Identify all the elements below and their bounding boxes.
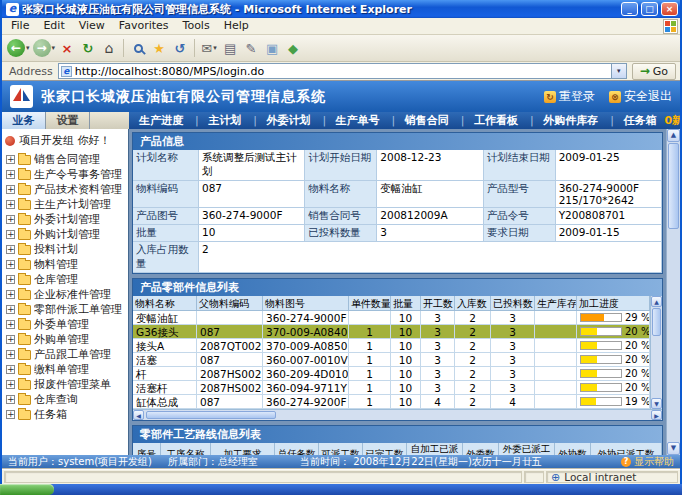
expand-icon[interactable]: +: [6, 335, 15, 344]
expand-icon[interactable]: +: [6, 155, 15, 164]
refresh-button[interactable]: ↻: [78, 37, 98, 59]
relogin-button[interactable]: ↻重登录: [544, 88, 595, 105]
logout-button[interactable]: ⊗安全退出: [609, 88, 672, 105]
expand-icon[interactable]: +: [6, 305, 15, 314]
address-dropdown[interactable]: ▾: [611, 64, 626, 78]
expand-icon[interactable]: +: [6, 320, 15, 329]
cell-material-name: 活塞杆: [133, 381, 197, 395]
sidebar-tree-item[interactable]: + 仓库管理: [2, 272, 128, 287]
expand-icon[interactable]: +: [6, 245, 15, 254]
scroll-thumb[interactable]: [146, 411, 276, 419]
sidebar-tree-item[interactable]: + 外购单管理: [2, 332, 128, 347]
menu-item[interactable]: Favorites: [112, 18, 176, 34]
cell-batch: 10: [391, 395, 421, 409]
sidebar-tree-item[interactable]: + 外委单管理: [2, 317, 128, 332]
sidebar-tree-item[interactable]: + 物料管理: [2, 257, 128, 272]
cell-batch: 10: [391, 353, 421, 367]
nav-item[interactable]: 工作看板: [455, 113, 524, 128]
table-row[interactable]: 杆 2087HS002 360-209-4D010 1 10 3 2 3: [133, 367, 650, 381]
home-button[interactable]: ⌂: [99, 37, 119, 59]
table-row[interactable]: G36接头 087 370-009-A0840 1 10 3 2 3: [133, 325, 650, 339]
mail-button[interactable]: ✉▾: [199, 37, 219, 59]
sidebar-tree-item[interactable]: + 报废件管理菜单: [2, 377, 128, 392]
nav-item[interactable]: 主计划: [189, 113, 247, 128]
table-row[interactable]: 活塞杆 2087HS002 360-094-9711Y 1 10 3 2 3: [133, 381, 650, 395]
nav-item[interactable]: 外购件库存: [524, 113, 604, 128]
folder-icon: [18, 155, 31, 165]
minimize-button[interactable]: _: [621, 2, 638, 16]
expand-icon[interactable]: +: [6, 215, 15, 224]
expand-icon[interactable]: +: [6, 260, 15, 269]
table-row[interactable]: 活塞 087 360-007-0010V 1 10 3 2 3: [133, 353, 650, 367]
tab-settings[interactable]: 设置: [46, 112, 90, 129]
expand-icon[interactable]: +: [6, 290, 15, 299]
table-row[interactable]: 接头A 2087QT002 370-009-A0850 1 10 3 2 3: [133, 339, 650, 353]
expand-icon[interactable]: +: [6, 380, 15, 389]
sidebar-tree-item[interactable]: + 缴料单管理: [2, 362, 128, 377]
address-input[interactable]: e http://localhost:8080/MPS/login.do ▾: [58, 63, 627, 79]
scroll-thumb[interactable]: [652, 308, 661, 336]
scroll-left-button[interactable]: ◀: [133, 410, 144, 420]
maximize-button[interactable]: □: [641, 2, 658, 16]
cell-drawing-no: 370-009-A0850: [263, 339, 349, 353]
company-logo-icon: [10, 85, 33, 108]
edit-button[interactable]: ✎: [241, 37, 261, 59]
expand-icon[interactable]: +: [6, 275, 15, 284]
table-row[interactable]: 缸体总成 087 360-274-9200F 1 10 4 2 4: [133, 395, 650, 409]
scroll-up-button[interactable]: ▲: [667, 129, 680, 142]
back-button[interactable]: ←▾: [6, 37, 31, 59]
sidebar-tree-item[interactable]: + 销售合同管理: [2, 152, 128, 167]
sidebar-tree-item[interactable]: + 企业标准件管理: [2, 287, 128, 302]
sidebar-tree-item[interactable]: + 主生产计划管理: [2, 197, 128, 212]
expand-icon[interactable]: +: [6, 185, 15, 194]
nav-item[interactable]: 生产进度: [133, 113, 189, 128]
favorites-button[interactable]: ★: [149, 37, 169, 59]
scroll-right-button[interactable]: ▶: [651, 410, 662, 420]
menu-item[interactable]: Help: [217, 18, 256, 34]
expand-icon[interactable]: +: [6, 395, 15, 404]
expand-icon[interactable]: +: [6, 365, 15, 374]
scroll-down-button[interactable]: ▼: [651, 398, 662, 409]
menu-item[interactable]: File: [4, 18, 36, 34]
help-link[interactable]: ?显示帮助: [621, 455, 674, 469]
scroll-up-button[interactable]: ▲: [651, 296, 662, 307]
menu-item[interactable]: Edit: [36, 18, 71, 34]
browser-titlebar[interactable]: e 张家口长城液压油缸有限公司管理信息系统 - Microsoft Intern…: [2, 0, 680, 18]
close-button[interactable]: ×: [661, 2, 678, 16]
nav-item[interactable]: 任务箱: [604, 113, 662, 128]
sidebar-tree-item[interactable]: + 投料计划: [2, 242, 128, 257]
start-button[interactable]: [0, 484, 54, 495]
sidebar-tree-item[interactable]: + 生产令号事务管理: [2, 167, 128, 182]
nav-item[interactable]: 销售合同: [386, 113, 455, 128]
messenger-button[interactable]: ◆: [283, 37, 303, 59]
forward-dropdown-icon: ▾: [52, 44, 56, 52]
expand-icon[interactable]: +: [6, 410, 15, 419]
expand-icon[interactable]: +: [6, 170, 15, 179]
sidebar-tree-item[interactable]: + 产品跟工单管理: [2, 347, 128, 362]
sidebar-tree-item[interactable]: + 产品技术资料管理: [2, 182, 128, 197]
forward-button[interactable]: →▾: [32, 37, 57, 59]
history-button[interactable]: ↺: [170, 37, 190, 59]
nav-item[interactable]: 生产单号: [316, 113, 385, 128]
sidebar-tree-item[interactable]: + 外购计划管理: [2, 227, 128, 242]
expand-icon[interactable]: +: [6, 230, 15, 239]
print-button[interactable]: ▤: [220, 37, 240, 59]
stop-button[interactable]: ×: [57, 37, 77, 59]
nav-item[interactable]: 外委计划: [247, 113, 316, 128]
expand-icon[interactable]: +: [6, 200, 15, 209]
sidebar-tree-item[interactable]: + 外委计划管理: [2, 212, 128, 227]
scroll-thumb[interactable]: [668, 143, 679, 229]
scroll-down-button[interactable]: ▼: [667, 442, 680, 455]
menu-item[interactable]: View: [72, 18, 112, 34]
discuss-button[interactable]: ▣: [262, 37, 282, 59]
search-button[interactable]: [128, 37, 148, 59]
address-value: http://localhost:8080/MPS/login.do: [75, 65, 608, 78]
sidebar-tree-item[interactable]: + 任务箱: [2, 407, 128, 422]
menu-item[interactable]: Tools: [176, 18, 217, 34]
sidebar-tree-item[interactable]: + 仓库查询: [2, 392, 128, 407]
tab-business[interactable]: 业务: [2, 112, 46, 129]
sidebar-tree-item[interactable]: + 零部件派工单管理: [2, 302, 128, 317]
expand-icon[interactable]: +: [6, 350, 15, 359]
go-button[interactable]: → Go: [632, 63, 676, 80]
table-row[interactable]: 变幅油缸 360-274-9000F 10 3 2 3: [133, 311, 650, 325]
